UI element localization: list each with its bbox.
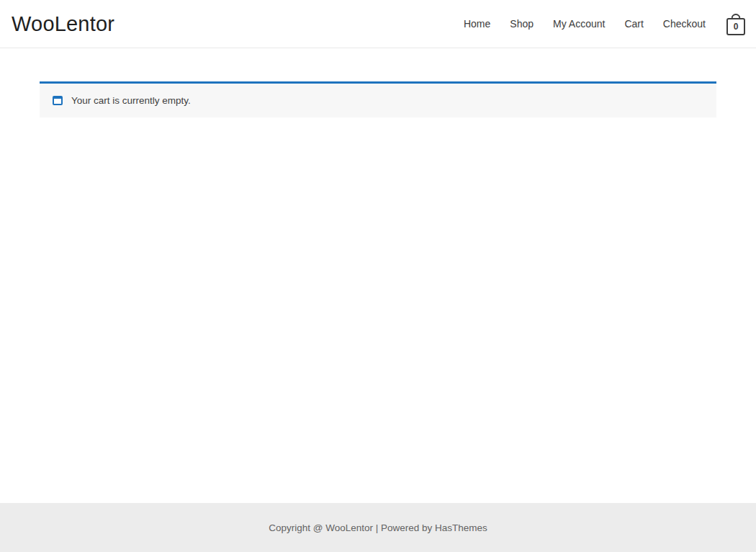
main-nav: Home Shop My Account Cart Checkout [464,18,706,30]
empty-cart-message: Your cart is currently empty. [71,95,191,106]
nav-item-cart[interactable]: Cart [624,18,643,30]
page: WooLentor Home Shop My Account Cart Chec… [0,0,756,552]
site-footer: Copyright @ WooLentor | Powered by HasTh… [0,503,756,552]
main-content: Your cart is currently empty. [0,48,756,503]
cart-count-badge: 0 [734,22,739,32]
footer-copyright-text: Copyright @ WooLentor | Powered by [269,522,435,533]
empty-cart-notice: Your cart is currently empty. [40,81,716,117]
nav-item-my-account[interactable]: My Account [553,18,605,30]
cart-bag-button[interactable]: 0 [726,14,745,35]
info-window-icon [53,96,63,105]
content-container: Your cart is currently empty. [40,81,716,117]
site-header: WooLentor Home Shop My Account Cart Chec… [0,0,756,48]
cart-bag-icon: 0 [726,18,745,35]
site-logo[interactable]: WooLentor [12,12,114,36]
footer-hasthemes-link[interactable]: HasThemes [435,522,487,533]
header-right: Home Shop My Account Cart Checkout 0 [464,12,745,35]
footer-copyright: Copyright @ WooLentor | Powered by HasTh… [269,522,487,533]
nav-item-shop[interactable]: Shop [510,18,534,30]
nav-item-home[interactable]: Home [464,18,490,30]
nav-item-checkout[interactable]: Checkout [663,18,706,30]
